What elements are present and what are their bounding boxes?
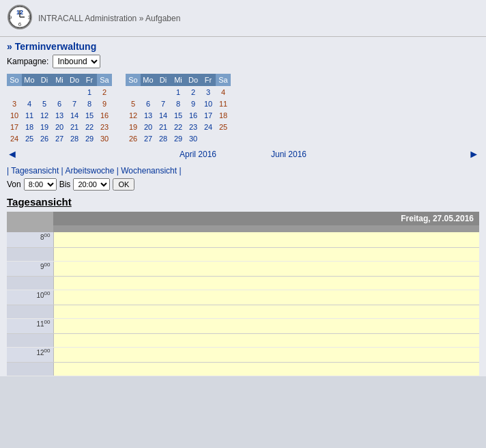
- half-row-11: [7, 333, 479, 347]
- cal-day[interactable]: [37, 86, 52, 98]
- cal-day[interactable]: 6: [141, 98, 156, 109]
- cal-day[interactable]: [216, 132, 231, 144]
- event-half-12[interactable]: [53, 362, 479, 376]
- cal-day[interactable]: 13: [141, 109, 156, 121]
- tagesansicht-link[interactable]: Tagesansicht: [11, 166, 59, 176]
- von-select[interactable]: 8:00: [24, 178, 57, 191]
- time-half-8: [7, 247, 53, 261]
- cal-day[interactable]: 22: [171, 121, 186, 132]
- cal-day[interactable]: 21: [67, 121, 82, 132]
- cal-day[interactable]: 18: [216, 109, 231, 121]
- cal-day[interactable]: [141, 86, 156, 98]
- cal-day[interactable]: 16: [97, 109, 112, 121]
- cal-day[interactable]: 19: [37, 121, 52, 132]
- cal-day[interactable]: 18: [22, 121, 37, 132]
- cal-day[interactable]: 3: [7, 98, 22, 109]
- cal-day[interactable]: 22: [82, 121, 97, 132]
- cal-day[interactable]: 5: [126, 98, 141, 109]
- event-cell-10[interactable]: [53, 290, 479, 305]
- cal-day[interactable]: 27: [141, 132, 156, 144]
- cal-day[interactable]: 29: [82, 132, 97, 144]
- half-row-12: [7, 362, 479, 376]
- cal-day[interactable]: 10: [201, 98, 216, 109]
- cal-day[interactable]: 1: [82, 86, 97, 98]
- event-half-9[interactable]: [53, 276, 479, 290]
- cal-day[interactable]: 12: [37, 109, 52, 121]
- event-cell-8[interactable]: [53, 232, 479, 247]
- time-half-9: [7, 276, 53, 290]
- cal-day[interactable]: 19: [126, 121, 141, 132]
- cal-day[interactable]: 14: [156, 109, 171, 121]
- cal-day[interactable]: 5: [37, 98, 52, 109]
- cal-day[interactable]: 30: [186, 132, 201, 144]
- cal-day[interactable]: 25: [216, 121, 231, 132]
- cal-day[interactable]: 4: [216, 86, 231, 98]
- cal-day[interactable]: 24: [7, 132, 22, 144]
- cal-day[interactable]: 9: [97, 98, 112, 109]
- cal-day[interactable]: 27: [52, 132, 67, 144]
- cal-day[interactable]: 2: [186, 86, 201, 98]
- arbeitswoche-link[interactable]: Arbeitswoche: [65, 166, 114, 176]
- svg-text:9: 9: [9, 14, 12, 20]
- cal-header-mi: Mi: [52, 74, 67, 86]
- cal-day[interactable]: 10: [7, 109, 22, 121]
- event-half-11[interactable]: [53, 333, 479, 347]
- cal-day[interactable]: 2: [97, 86, 112, 98]
- left-month-label: April 2016: [180, 150, 216, 159]
- cal-day[interactable]: 23: [97, 121, 112, 132]
- cal-day[interactable]: 9: [186, 98, 201, 109]
- cal-day[interactable]: 8: [82, 98, 97, 109]
- event-half-10[interactable]: [53, 305, 479, 318]
- cal-day[interactable]: 13: [52, 109, 67, 121]
- cal-day[interactable]: 12: [126, 109, 141, 121]
- cal-day[interactable]: 11: [22, 109, 37, 121]
- cal-day[interactable]: [52, 86, 67, 98]
- cal-day[interactable]: 20: [52, 121, 67, 132]
- time-half-12: [7, 362, 53, 376]
- cal-day[interactable]: 24: [201, 121, 216, 132]
- cal-day[interactable]: [7, 86, 22, 98]
- cal-day[interactable]: 20: [141, 121, 156, 132]
- event-cell-11[interactable]: [53, 318, 479, 333]
- cal-day[interactable]: 11: [216, 98, 231, 109]
- cal-day[interactable]: 26: [126, 132, 141, 144]
- cal-day[interactable]: [126, 86, 141, 98]
- cal-day[interactable]: 29: [171, 132, 186, 144]
- cal-day[interactable]: 1: [171, 86, 186, 98]
- cal-day[interactable]: 6: [52, 98, 67, 109]
- event-cell-12[interactable]: [53, 347, 479, 362]
- event-half-8[interactable]: [53, 247, 479, 261]
- cal-day[interactable]: [22, 86, 37, 98]
- wochenansicht-link[interactable]: Wochenansicht: [121, 166, 177, 176]
- cal-day[interactable]: 28: [67, 132, 82, 144]
- cal-header-sa: Sa: [97, 74, 112, 86]
- cal-day[interactable]: 23: [186, 121, 201, 132]
- cal-day[interactable]: 17: [201, 109, 216, 121]
- cal-day[interactable]: 7: [67, 98, 82, 109]
- cal-day[interactable]: [156, 86, 171, 98]
- cal-day[interactable]: 26: [37, 132, 52, 144]
- next-month-button[interactable]: ►: [468, 148, 479, 160]
- cal-day[interactable]: 17: [7, 121, 22, 132]
- kampagne-select[interactable]: Inbound: [53, 55, 100, 68]
- bis-select[interactable]: 20:00: [73, 178, 110, 191]
- prev-month-button[interactable]: ◄: [7, 148, 18, 160]
- cal-day[interactable]: 15: [82, 109, 97, 121]
- cal-day[interactable]: 30: [97, 132, 112, 144]
- cal-day[interactable]: 8: [171, 98, 186, 109]
- cal-day[interactable]: 3: [201, 86, 216, 98]
- cal-day[interactable]: [67, 86, 82, 98]
- cal-day[interactable]: 21: [156, 121, 171, 132]
- cal-day[interactable]: 16: [186, 109, 201, 121]
- cal-day[interactable]: 15: [171, 109, 186, 121]
- cal-day[interactable]: 4: [22, 98, 37, 109]
- cal-header-so: So: [7, 74, 22, 86]
- half-row-8: [7, 247, 479, 261]
- event-cell-9[interactable]: [53, 261, 479, 276]
- cal-day[interactable]: [201, 132, 216, 144]
- cal-day[interactable]: 25: [22, 132, 37, 144]
- ok-button[interactable]: OK: [113, 178, 134, 191]
- cal-day[interactable]: 7: [156, 98, 171, 109]
- cal-day[interactable]: 28: [156, 132, 171, 144]
- cal-day[interactable]: 14: [67, 109, 82, 121]
